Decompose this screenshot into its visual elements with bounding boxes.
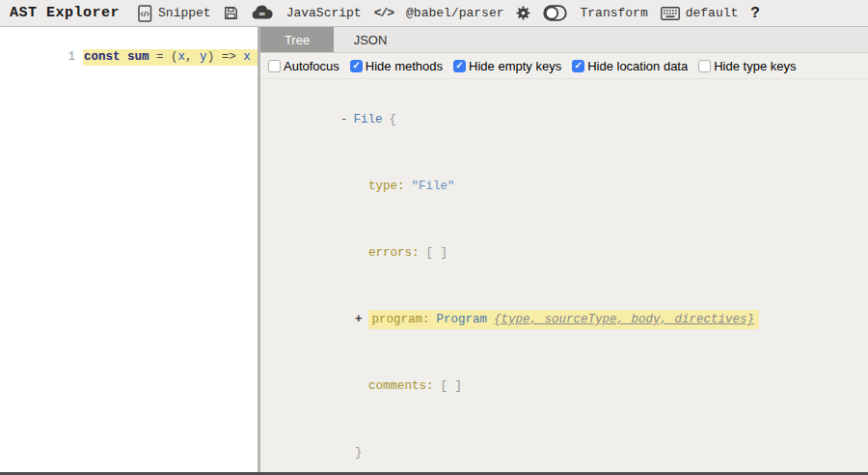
checkbox-icon[interactable] [453, 60, 466, 72]
node-preview-link[interactable]: {type, sourceType, body, directives} [494, 313, 754, 326]
transform-button[interactable]: Transform [580, 6, 647, 20]
checkbox-hide-empty-keys[interactable]: Hide empty keys [453, 59, 561, 73]
prop-value: [ ] [426, 246, 448, 260]
transform-label: Transform [580, 6, 647, 20]
code-line[interactable]: 1const sum = (x, y) => x + y; [0, 27, 258, 80]
snippet-button[interactable]: Snippet [138, 5, 211, 22]
tree-prop-type[interactable]: type:"File" [268, 154, 868, 220]
checkbox-hide-type-keys[interactable]: Hide type keys [698, 59, 796, 73]
tree-node-file-close: } [268, 420, 868, 475]
node-type-label[interactable]: File [354, 113, 383, 126]
ast-explorer-app: AST Explorer Snippet ∞ [0, 0, 868, 475]
output-tabs: Tree JSON [260, 27, 868, 53]
highlighted-node[interactable]: program:Program{type, sourceType, body, … [368, 310, 760, 329]
main-content: 1const sum = (x, y) => x + y; Tree JSON … [0, 27, 868, 472]
code-token: = [156, 50, 171, 64]
code-token: y [200, 50, 207, 64]
language-label: JavaScript [286, 6, 362, 20]
tree-prop-comments[interactable]: comments:[ ] [268, 353, 868, 420]
checkbox-label: Hide empty keys [469, 59, 561, 73]
prop-key: type: [368, 180, 405, 193]
open-brace: { [390, 113, 397, 126]
tree-panel: Tree JSON Autofocus Hide methods Hide em… [260, 27, 868, 472]
tree-prop-errors[interactable]: errors:[ ] [268, 220, 868, 287]
help-button[interactable]: ? [750, 5, 760, 22]
settings-gear-icon[interactable] [516, 6, 530, 20]
code-token: sum [127, 50, 156, 64]
snippet-label: Snippet [158, 6, 211, 20]
keyboard-icon [661, 7, 680, 20]
tab-tree[interactable]: Tree [260, 27, 334, 52]
checkbox-label: Hide methods [366, 59, 443, 73]
code-angle-icon: </> [374, 6, 393, 20]
prop-key: errors: [368, 246, 420, 260]
checkbox-icon[interactable] [268, 60, 281, 72]
tree-node-file[interactable]: -File{ [268, 87, 868, 154]
checkbox-label: Autofocus [284, 59, 339, 73]
checkbox-hide-location-data[interactable]: Hide location data [572, 59, 688, 73]
prop-key: program: [372, 313, 430, 326]
checkbox-autofocus[interactable]: Autofocus [268, 59, 339, 73]
keymap-button[interactable]: default [661, 6, 739, 20]
checkbox-hide-methods[interactable]: Hide methods [350, 59, 443, 73]
transform-toggle-icon[interactable] [543, 5, 567, 21]
tab-json[interactable]: JSON [334, 27, 407, 52]
toolbar: AST Explorer Snippet ∞ [0, 0, 868, 27]
code-token: x [178, 50, 186, 64]
language-button[interactable]: JavaScript [286, 6, 362, 20]
save-button[interactable] [224, 6, 238, 20]
svg-text:∞: ∞ [258, 9, 265, 18]
expand-toggle-icon[interactable]: + [355, 309, 363, 331]
cloud-sync-icon[interactable]: ∞ [251, 5, 274, 21]
checkbox-icon[interactable] [572, 60, 584, 72]
prop-value: [ ] [441, 379, 463, 393]
checkbox-label: Hide location data [587, 59, 688, 73]
parser-label: @babel/parser [406, 6, 503, 20]
code-token: ) [207, 50, 222, 64]
prop-key: comments: [368, 379, 434, 393]
line-number: 1 [64, 49, 75, 65]
code-token: const [84, 50, 127, 64]
code-token: x [243, 50, 258, 64]
checkbox-icon[interactable] [698, 60, 711, 72]
checkbox-icon[interactable] [350, 60, 363, 72]
ast-tree: -File{ type:"File" errors:[ ] +program:P… [260, 79, 868, 475]
code-token: , [185, 50, 200, 64]
app-title: AST Explorer [10, 5, 120, 21]
tree-controls: Autofocus Hide methods Hide empty keys H… [260, 53, 868, 79]
prop-value: "File" [412, 180, 455, 193]
code-token: => [222, 50, 244, 64]
keymap-label: default [686, 6, 739, 20]
close-brace: } [355, 446, 363, 460]
tree-prop-program[interactable]: +program:Program{type, sourceType, body,… [268, 287, 868, 353]
checkbox-label: Hide type keys [714, 59, 796, 73]
code-token: ( [171, 50, 178, 64]
code-editor[interactable]: 1const sum = (x, y) => x + y; [0, 27, 258, 472]
collapse-toggle-icon[interactable]: - [340, 109, 348, 131]
file-code-icon [138, 5, 152, 22]
node-type-label: Program [437, 313, 488, 326]
parser-button[interactable]: @babel/parser [406, 6, 503, 20]
